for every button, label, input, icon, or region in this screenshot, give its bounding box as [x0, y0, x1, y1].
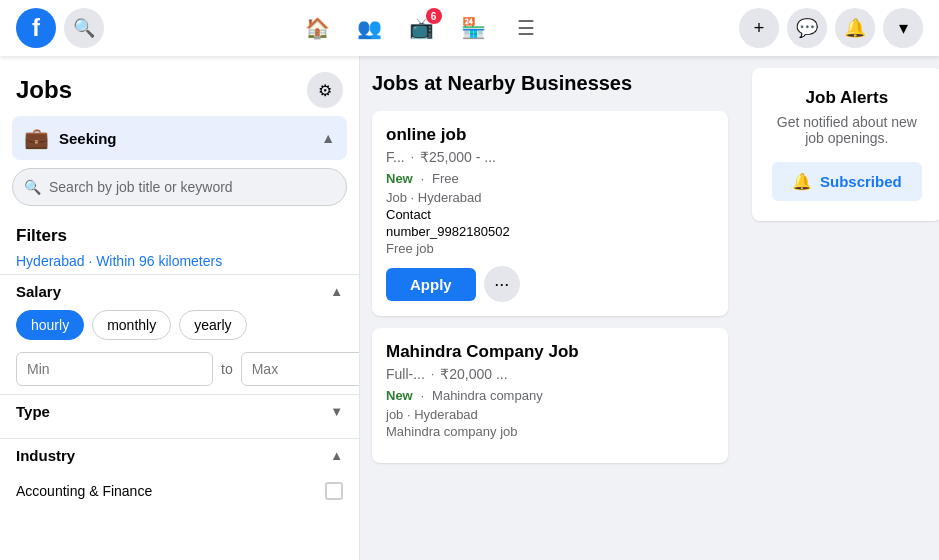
job-company: Full-... — [386, 366, 425, 382]
facebook-logo[interactable]: f — [16, 8, 56, 48]
type-title: Type — [16, 403, 50, 420]
salary-section: Salary ▲ hourly monthly yearly to — [0, 274, 359, 394]
alerts-panel: Job Alerts Get notified about new job op… — [740, 56, 939, 560]
monthly-chip[interactable]: monthly — [92, 310, 171, 340]
job-meta: F... · ₹25,000 - ... — [386, 149, 714, 165]
job-type-label: Job — [386, 190, 407, 205]
subscribed-button[interactable]: 🔔 Subscribed — [772, 162, 922, 201]
briefcase-icon: 💼 — [24, 126, 49, 150]
new-tag: New — [386, 171, 413, 186]
job-title: Mahindra Company Job — [386, 342, 714, 362]
seeking-label: Seeking — [59, 130, 117, 147]
seeking-section[interactable]: 💼 Seeking ▲ — [12, 116, 347, 160]
salary-chips: hourly monthly yearly — [16, 310, 343, 340]
industry-chevron-icon[interactable]: ▲ — [330, 448, 343, 463]
job-salary: ₹25,000 - ... — [420, 149, 496, 165]
job-description: Free job — [386, 241, 714, 256]
job-search-input[interactable] — [12, 168, 347, 206]
job-actions: Apply ··· — [386, 266, 714, 302]
type-chevron-icon[interactable]: ▼ — [330, 404, 343, 419]
jobs-header: Jobs ⚙ — [0, 56, 359, 116]
job-tags: New · Free — [386, 171, 714, 186]
topnav-right: + 💬 🔔 ▾ — [739, 8, 923, 48]
top-navigation: f 🔍 🏠 👥 📺 6 🏪 ☰ + 💬 🔔 ▾ — [0, 0, 939, 56]
hourly-chip[interactable]: hourly — [16, 310, 84, 340]
job-location: Hyderabad — [414, 407, 478, 422]
type-header: Type ▼ — [16, 403, 343, 420]
contact-number: number_9982180502 — [386, 224, 714, 239]
messenger-action-button[interactable]: 💬 — [787, 8, 827, 48]
bell-icon: 🔔 — [792, 172, 812, 191]
job-dot: · — [411, 150, 414, 164]
location-filter-link[interactable]: Hyderabad · Within 96 kilometers — [16, 253, 222, 269]
salary-header: Salary ▲ — [16, 283, 343, 300]
type-tag: Free — [432, 171, 459, 186]
industry-item-label: Accounting & Finance — [16, 483, 152, 499]
salary-title: Salary — [16, 283, 61, 300]
settings-button[interactable]: ⚙ — [307, 72, 343, 108]
job-company: F... — [386, 149, 405, 165]
industry-title: Industry — [16, 447, 75, 464]
more-options-button[interactable]: ··· — [484, 266, 520, 302]
job-location: Hyderabad — [418, 190, 482, 205]
apply-button[interactable]: Apply — [386, 268, 476, 301]
home-nav-button[interactable]: 🏠 — [294, 4, 342, 52]
job-location-dot: · — [411, 190, 418, 205]
industry-checkbox[interactable] — [325, 482, 343, 500]
main-layout: Jobs ⚙ 💼 Seeking ▲ 🔍 Filters Hyderabad ·… — [0, 0, 939, 560]
filters-section: Filters Hyderabad · Within 96 kilometers — [0, 214, 359, 274]
center-panel: Jobs at Nearby Businesses online job F..… — [360, 56, 740, 560]
job-type: job · Hyderabad — [386, 407, 714, 422]
jobs-title: Jobs — [16, 76, 72, 104]
watch-nav-button[interactable]: 📺 6 — [398, 4, 446, 52]
tag-dot: · — [421, 172, 424, 186]
job-salary: ₹20,000 ... — [440, 366, 507, 382]
chevron-up-icon: ▲ — [321, 130, 335, 146]
industry-header: Industry ▲ — [16, 447, 343, 464]
right-area: Jobs at Nearby Businesses online job F..… — [360, 56, 939, 560]
job-card: Mahindra Company Job Full-... · ₹20,000 … — [372, 328, 728, 463]
alerts-description: Get notified about new job openings. — [772, 114, 922, 146]
contact-label: Contact — [386, 207, 714, 222]
topnav-left: f 🔍 — [16, 8, 104, 48]
range-separator: to — [221, 361, 233, 377]
job-dot: · — [431, 367, 434, 381]
job-type: Job · Hyderabad — [386, 190, 714, 205]
industry-section: Industry ▲ Accounting & Finance — [0, 438, 359, 516]
alerts-title: Job Alerts — [772, 88, 922, 108]
marketplace-nav-button[interactable]: 🏪 — [450, 4, 498, 52]
tag-dot: · — [421, 389, 424, 403]
menu-nav-button[interactable]: ☰ — [502, 4, 550, 52]
left-panel: Jobs ⚙ 💼 Seeking ▲ 🔍 Filters Hyderabad ·… — [0, 56, 360, 560]
jobs-nearby-title: Jobs at Nearby Businesses — [372, 68, 728, 99]
new-tag: New — [386, 388, 413, 403]
seeking-left: 💼 Seeking — [24, 126, 117, 150]
search-button[interactable]: 🔍 — [64, 8, 104, 48]
topnav-center: 🏠 👥 📺 6 🏪 ☰ — [294, 4, 550, 52]
alerts-card: Job Alerts Get notified about new job op… — [752, 68, 939, 221]
type-section: Type ▼ — [0, 394, 359, 438]
job-card: online job F... · ₹25,000 - ... New · Fr… — [372, 111, 728, 316]
watch-badge: 6 — [426, 8, 442, 24]
salary-chevron-icon[interactable]: ▲ — [330, 284, 343, 299]
job-tags: New · Mahindra company — [386, 388, 714, 403]
salary-range: to — [16, 352, 343, 386]
job-description: Mahindra company job — [386, 424, 714, 439]
job-title: online job — [386, 125, 714, 145]
yearly-chip[interactable]: yearly — [179, 310, 246, 340]
subscribed-label: Subscribed — [820, 173, 902, 190]
notifications-action-button[interactable]: 🔔 — [835, 8, 875, 48]
job-meta: Full-... · ₹20,000 ... — [386, 366, 714, 382]
people-nav-button[interactable]: 👥 — [346, 4, 394, 52]
account-action-button[interactable]: ▾ — [883, 8, 923, 48]
job-type-label: job — [386, 407, 403, 422]
plus-action-button[interactable]: + — [739, 8, 779, 48]
list-item: Accounting & Finance — [16, 474, 343, 508]
search-box: 🔍 — [12, 168, 347, 206]
filters-title: Filters — [16, 226, 343, 246]
salary-min-input[interactable] — [16, 352, 213, 386]
search-icon: 🔍 — [24, 179, 41, 195]
type-tag: Mahindra company — [432, 388, 543, 403]
salary-max-input[interactable] — [241, 352, 360, 386]
